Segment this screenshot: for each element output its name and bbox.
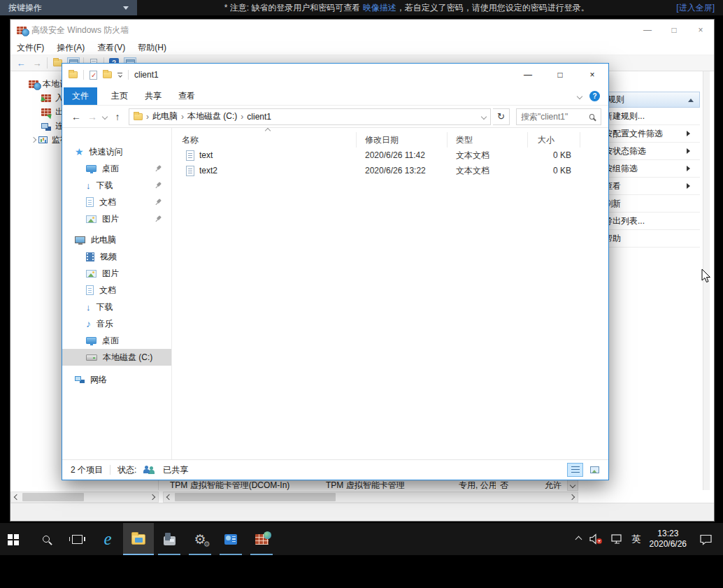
text-file-icon [186,166,194,176]
image-description-link[interactable]: 映像描述 [363,3,396,13]
forward-button[interactable]: → [85,111,99,122]
clock-date: 2020/6/26 [650,539,687,550]
column-date-modified[interactable]: 修改日期 [357,132,448,148]
customize-quick-access-icon[interactable] [117,73,122,77]
scrollbar-thumb[interactable] [22,493,84,501]
close-button[interactable]: × [687,20,714,41]
column-size[interactable]: 大小 [528,132,580,148]
ribbon-collapse-icon[interactable] [577,93,582,99]
column-name[interactable]: 名称 [172,132,357,148]
system-monitor-button[interactable] [215,523,246,555]
nav-documents[interactable]: 文档 [62,194,171,210]
running-indicator [123,554,154,555]
start-button[interactable] [0,523,31,555]
forward-arrow-icon[interactable]: → [31,57,43,69]
firewall-window-footer [10,503,714,521]
nav-label: 此电脑 [91,234,116,246]
nav-desktop[interactable]: 桌面 [62,160,171,177]
nav-label: 桌面 [102,163,119,175]
windows-logo-icon [8,534,13,539]
search-icon[interactable] [589,114,594,120]
ime-indicator[interactable]: 英 [632,533,641,545]
file-row-text[interactable]: text 2020/6/26 11:42 文本文档 0 KB [172,148,608,163]
firewall-rule-row[interactable]: TPM 虚拟智能卡管理(DCOM-In) TPM 虚拟智能卡管理 专用, 公用 … [163,479,578,492]
enter-fullscreen-link[interactable]: [进入全屏] [676,2,723,14]
server-manager-button[interactable] [154,523,185,555]
search-input[interactable] [521,112,589,122]
breadcrumb-client1[interactable]: client1 [247,112,271,122]
address-bar[interactable]: 此电脑 本地磁盘 (C:) client1 [129,108,491,125]
scrollbar-thumb[interactable] [175,493,336,501]
scroll-right-arrow[interactable] [147,492,158,502]
services-button[interactable]: ⚙⚙ [185,523,215,555]
column-type[interactable]: 类型 [448,132,528,148]
expand-chevron-icon[interactable] [31,137,36,143]
help-icon[interactable]: ? [589,91,600,101]
nav-this-pc[interactable]: 此电脑 [62,231,171,248]
action-center-icon[interactable] [699,533,713,545]
address-dropdown-icon[interactable] [481,113,487,119]
search-box[interactable] [516,108,601,125]
list-horizontal-scrollbar[interactable] [163,492,578,503]
menu-help[interactable]: 帮助(H) [131,42,173,54]
network-icon[interactable] [611,534,624,545]
nav-documents-pc[interactable]: 文档 [62,282,171,299]
breadcrumb-local-disk-c[interactable]: 本地磁盘 (C:) [187,110,237,122]
nav-music[interactable]: ♪ 音乐 [62,315,171,332]
nav-network[interactable]: 网络 [62,371,171,388]
nav-quick-access[interactable]: ★ 快速访问 [62,143,171,160]
tab-home[interactable]: 主页 [103,87,136,105]
tab-view[interactable]: 查看 [170,87,203,105]
nav-downloads[interactable]: ↓ 下载 [62,177,171,194]
menu-action[interactable]: 操作(A) [50,42,91,54]
scroll-left-arrow[interactable] [164,492,175,502]
menu-view[interactable]: 查看(V) [91,42,131,54]
nav-local-disk-c[interactable]: 本地磁盘 (C:) [62,349,171,366]
back-button[interactable]: ← [69,111,83,122]
taskbar-search-button[interactable] [31,523,62,555]
scroll-right-arrow[interactable] [566,492,578,502]
nav-pictures[interactable]: 图片 [62,210,171,227]
firewall-titlebar[interactable]: 高级安全 Windows 防火墙 — □ × [10,20,714,41]
nav-pictures-pc[interactable]: 图片 [62,265,171,282]
breadcrumb-this-pc[interactable]: 此电脑 [152,110,178,122]
nav-videos[interactable]: 视频 [62,248,171,265]
collapse-up-icon[interactable] [688,96,694,102]
thumbnails-view-button[interactable] [587,463,603,477]
show-hidden-icons-chevron[interactable] [575,536,582,543]
explorer-titlebar[interactable]: client1 — □ × [62,64,608,86]
tree-horizontal-scrollbar[interactable] [10,492,159,503]
tab-file[interactable]: 文件 [64,87,97,105]
minimize-button[interactable]: — [634,20,661,41]
scroll-left-arrow[interactable] [11,492,22,502]
up-button[interactable]: ↑ [110,111,124,122]
tab-share[interactable]: 共享 [136,87,170,105]
back-arrow-icon[interactable]: ← [15,57,27,69]
system-tray: 英 13:23 2020/6/26 [576,523,723,555]
taskbar-clock[interactable]: 13:23 2020/6/26 [650,529,687,550]
file-row-text2[interactable]: text2 2020/6/26 13:22 文本文档 0 KB [172,163,608,178]
file-explorer-button[interactable] [123,523,154,555]
refresh-button[interactable]: ↻ [493,108,510,125]
maximize-button[interactable]: □ [544,64,576,86]
nav-desktop-pc[interactable]: 桌面 [62,332,171,349]
chevron-right-icon [181,112,184,122]
scrollbar-down-arrow[interactable] [567,479,578,491]
menu-file[interactable]: 文件(F) [10,42,50,54]
minimize-button[interactable]: — [512,64,544,86]
login-notice: * 注意: 缺省的登录用户和密码可查看 映像描述，若自定义了密码，请使用您设定的… [137,2,676,14]
shared-label: 已共享 [163,464,188,476]
key-actions-dropdown[interactable]: 按键操作 [0,0,137,15]
task-view-button[interactable] [62,523,92,555]
recent-locations-icon[interactable] [102,113,108,119]
close-button[interactable]: × [576,64,608,86]
nav-downloads-pc[interactable]: ↓ 下载 [62,299,171,315]
firewall-taskbar-button[interactable] [246,523,277,555]
properties-icon[interactable] [90,71,97,80]
details-view-button[interactable] [567,463,583,477]
maximize-button[interactable]: □ [661,20,687,41]
internet-explorer-button[interactable]: e [92,523,123,555]
volume-muted-icon[interactable] [589,533,603,545]
new-folder-icon[interactable] [103,71,112,78]
nav-label: 桌面 [102,335,119,347]
